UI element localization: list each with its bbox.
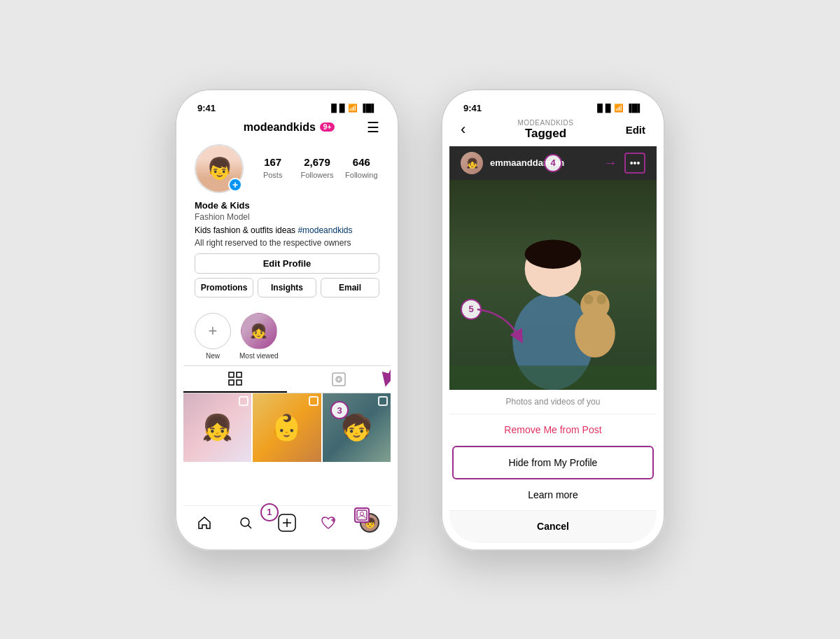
edit-profile-row: Edit Profile <box>195 253 379 274</box>
profile-bio: Kids fashion & outfits ideas #modeandkid… <box>195 225 379 237</box>
ig-username-row: modeandkids 9+ <box>244 121 335 134</box>
stat-posts[interactable]: 167 Posts <box>255 156 290 181</box>
followers-label: Followers <box>300 171 333 179</box>
status-icons-2: ▐▌█ 📶 ▐█▌ <box>594 104 643 113</box>
status-icons-1: ▐▌█ 📶 ▐█▌ <box>328 104 377 113</box>
svg-point-22 <box>596 294 606 304</box>
profile-nav-item[interactable]: 👦 <box>356 512 384 534</box>
add-story-button[interactable]: + <box>228 178 242 192</box>
email-button[interactable]: Email <box>321 278 379 297</box>
photo-grid: 👧 👶 🧒 <box>183 393 391 505</box>
back-button[interactable]: ‹ <box>461 120 465 139</box>
grid-icon <box>228 372 242 386</box>
signal-icon-2: ▐▌█ <box>594 104 610 112</box>
posts-count: 167 <box>255 156 290 168</box>
profile-bio-line2: All right reserved to the respective own… <box>195 238 379 248</box>
svg-rect-4 <box>332 373 345 386</box>
signal-icon: ▐▌█ <box>328 104 344 112</box>
profile-section: 👦 + 167 Posts 2,679 Followers <box>183 141 391 308</box>
story-new-label: New <box>195 352 231 360</box>
hide-from-profile-button[interactable]: Hide from My Profile <box>452 446 654 479</box>
heart-activity-icon <box>320 514 337 531</box>
photos-videos-item: Photos and videos of you <box>449 390 657 414</box>
tagged-username: emmaanddamian <box>490 157 596 168</box>
ig-header: modeandkids 9+ ☰ <box>183 116 391 141</box>
edit-profile-button[interactable]: Edit Profile <box>195 253 379 274</box>
tagged-header: ‹ MODEANDKIDS Tagged Edit <box>449 116 657 146</box>
photo-indicator-1 <box>239 396 248 406</box>
tagged-subtitle: MODEANDKIDS <box>518 119 574 127</box>
edit-button[interactable]: Edit <box>626 124 645 136</box>
following-label: Following <box>345 171 377 179</box>
insights-button[interactable]: Insights <box>258 278 316 297</box>
status-time-2: 9:41 <box>463 103 482 113</box>
tagged-photo-svg <box>449 180 657 390</box>
photo-cell-1[interactable]: 👧 <box>183 393 251 461</box>
add-nav-item[interactable]: 1 <box>273 512 301 534</box>
story-new[interactable]: + New <box>195 313 231 360</box>
profile-thumb: 👦 <box>360 513 379 533</box>
tagged-icon <box>331 372 346 387</box>
svg-point-20 <box>580 290 610 320</box>
search-icon <box>238 515 253 531</box>
bottom-sheet: Photos and videos of you Remove Me from … <box>449 390 657 542</box>
svg-rect-6 <box>337 378 340 381</box>
promotions-button[interactable]: Promotions <box>195 278 253 297</box>
followers-count: 2,679 <box>299 156 335 168</box>
following-count: 646 <box>344 156 379 168</box>
learn-more-button[interactable]: Learn more <box>449 479 657 511</box>
notification-badge: 9+ <box>320 122 335 132</box>
photo-indicator-2 <box>309 396 318 406</box>
story-most-viewed-circle: 👧 <box>241 313 277 349</box>
photo-cell-3[interactable]: 🧒 <box>323 393 391 461</box>
phone-profile: 9:41 ▐▌█ 📶 ▐█▌ modeandkids 9+ ☰ <box>175 89 399 551</box>
wifi-icon-2: 📶 <box>614 104 624 113</box>
stat-followers[interactable]: 2,679 Followers <box>299 156 335 181</box>
profile-top: 👦 + 167 Posts 2,679 Followers <box>195 144 379 193</box>
username-text: modeandkids <box>244 121 316 134</box>
svg-point-7 <box>241 518 249 526</box>
photo-cell-2[interactable]: 👶 <box>253 393 321 461</box>
cancel-button[interactable]: Cancel <box>449 511 657 542</box>
activity-nav-item[interactable] <box>314 512 342 534</box>
more-options-button[interactable]: ••• <box>624 153 645 174</box>
profile-stats: 167 Posts 2,679 Followers 646 Following <box>255 156 379 181</box>
tagged-tab[interactable]: 2 3 <box>287 366 391 393</box>
stories-row: + New 👧 Most viewed <box>183 307 391 365</box>
battery-icon-2: ▐█▌ <box>626 104 643 112</box>
content-tab-bar: 2 3 <box>183 365 391 393</box>
notch-2 <box>511 97 595 113</box>
svg-rect-3 <box>237 380 241 385</box>
add-icon <box>277 513 297 533</box>
posts-label: Posts <box>263 171 283 179</box>
svg-line-8 <box>248 525 251 528</box>
svg-rect-23 <box>449 365 657 390</box>
svg-rect-0 <box>229 372 234 377</box>
tagged-user-avatar: 👧 <box>461 152 483 174</box>
profile-subtitle: Fashion Model <box>195 212 379 222</box>
stat-following[interactable]: 646 Following <box>344 156 379 181</box>
home-nav-item[interactable] <box>190 512 218 534</box>
avatar-wrap: 👦 + <box>195 144 244 193</box>
story-most-viewed-label: Most viewed <box>239 352 279 360</box>
battery-icon: ▐█▌ <box>360 104 377 112</box>
story-new-circle: + <box>195 313 231 349</box>
menu-icon[interactable]: ☰ <box>367 119 379 136</box>
bio-text: Kids fashion & outfits ideas <box>195 225 298 235</box>
svg-point-18 <box>525 239 582 269</box>
svg-rect-1 <box>237 372 241 377</box>
grid-tab[interactable] <box>183 366 287 393</box>
photo-indicator-3 <box>378 396 388 406</box>
svg-point-5 <box>336 377 342 382</box>
search-nav-item[interactable] <box>232 512 260 534</box>
svg-point-21 <box>584 294 594 304</box>
tagged-header-center: MODEANDKIDS Tagged <box>518 119 574 141</box>
bio-hashtag[interactable]: #modeandkids <box>298 225 352 235</box>
action-buttons-row: Promotions Insights Email <box>195 278 379 297</box>
tagged-arrow-icon: → <box>603 155 617 171</box>
remove-from-post-button[interactable]: Remove Me from Post <box>449 414 657 446</box>
svg-rect-2 <box>229 380 234 385</box>
story-most-viewed[interactable]: 👧 Most viewed <box>239 313 279 360</box>
notch <box>245 97 329 113</box>
annotation-1: 1 <box>260 503 279 521</box>
